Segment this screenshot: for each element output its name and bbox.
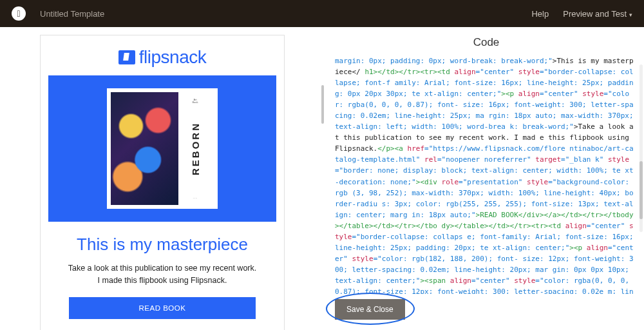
help-link[interactable]: Help xyxy=(531,9,549,19)
scrollbar[interactable] xyxy=(639,64,643,232)
book-art-image xyxy=(111,92,178,205)
mailchimp-logo-icon: 𓃠 xyxy=(12,6,26,21)
drag-handle-icon[interactable] xyxy=(321,85,324,124)
main-area: flipsnack ArtBook REBORN ····· This is m… xyxy=(0,27,644,330)
preview-test-label: Preview and Test xyxy=(563,9,627,19)
email-subtext: Take a look at this publication to see m… xyxy=(48,262,276,287)
book-cover: ArtBook REBORN ····· xyxy=(107,88,218,209)
chevron-down-icon: ▾ xyxy=(629,12,632,18)
code-actions: Save & Close xyxy=(335,299,638,320)
code-pane: Code margin: 0px; padding: 0px; word-bre… xyxy=(325,27,644,330)
save-close-button[interactable]: Save & Close xyxy=(335,299,405,320)
template-title: Untitled Template xyxy=(40,9,531,19)
preview-test-menu[interactable]: Preview and Test▾ xyxy=(563,9,632,19)
flipsnack-wordmark: flipsnack xyxy=(139,47,206,68)
code-panel-title: Code xyxy=(335,36,638,49)
preview-pane: flipsnack ArtBook REBORN ····· This is m… xyxy=(0,27,321,330)
spine-subtitle: ArtBook xyxy=(192,99,198,104)
hero-block: ArtBook REBORN ····· xyxy=(48,75,276,222)
email-preview: flipsnack ArtBook REBORN ····· This is m… xyxy=(40,35,285,330)
book-title: REBORN xyxy=(190,122,201,175)
book-spine: ArtBook REBORN ····· xyxy=(178,92,212,205)
flipsnack-logo: flipsnack xyxy=(48,47,276,68)
flipsnack-mark-icon xyxy=(118,50,135,64)
read-book-button[interactable]: READ BOOK xyxy=(69,297,256,319)
email-headline: This is my masterpiece xyxy=(48,235,276,255)
top-bar: 𓃠 Untitled Template Help Preview and Tes… xyxy=(0,0,644,27)
spine-caption: ····· xyxy=(193,196,198,200)
code-editor[interactable]: margin: 0px; padding: 0px; word-break: b… xyxy=(335,55,638,294)
